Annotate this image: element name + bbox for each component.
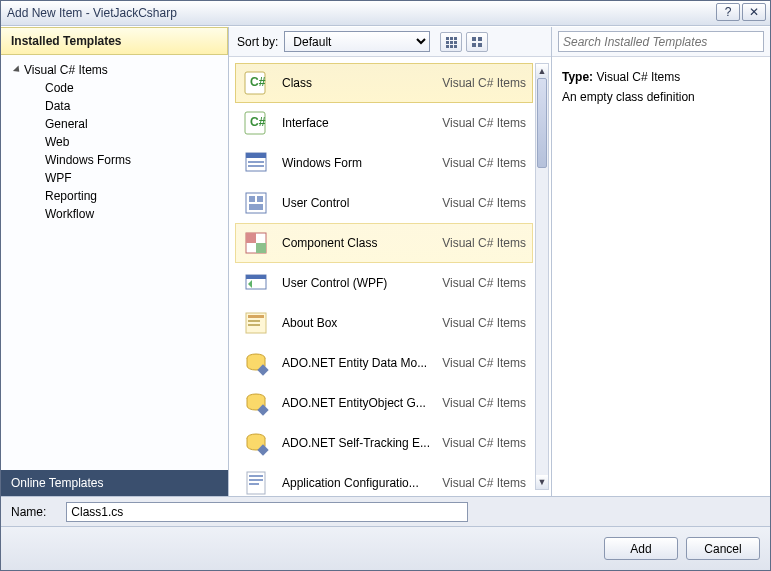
- tree-children: Code Data General Web Windows Forms WPF …: [1, 79, 228, 223]
- chevron-down-icon: [13, 65, 22, 74]
- template-item-category: Visual C# Items: [442, 396, 526, 410]
- svg-rect-22: [249, 196, 255, 202]
- vertical-scrollbar[interactable]: ▲ ▼: [535, 63, 549, 490]
- svg-rect-41: [249, 475, 263, 477]
- template-item-name: Class: [282, 76, 430, 90]
- view-buttons: [440, 32, 488, 52]
- svg-rect-7: [450, 45, 453, 48]
- tree-item-reporting[interactable]: Reporting: [45, 187, 228, 205]
- tree-root-label: Visual C# Items: [24, 63, 108, 77]
- sort-select[interactable]: Default: [284, 31, 430, 52]
- template-item[interactable]: ADO.NET Entity Data Mo...Visual C# Items: [235, 343, 533, 383]
- template-item[interactable]: Component ClassVisual C# Items: [235, 223, 533, 263]
- help-icon: ?: [725, 5, 732, 19]
- template-item[interactable]: Windows FormVisual C# Items: [235, 143, 533, 183]
- left-pane: Installed Templates Visual C# Items Code…: [1, 27, 229, 496]
- template-item[interactable]: C#ClassVisual C# Items: [235, 63, 533, 103]
- template-item[interactable]: User ControlVisual C# Items: [235, 183, 533, 223]
- item-list-wrap: C#ClassVisual C# ItemsC#InterfaceVisual …: [229, 57, 551, 496]
- template-item-category: Visual C# Items: [442, 316, 526, 330]
- medium-icons-icon: [471, 36, 483, 48]
- template-item-category: Visual C# Items: [442, 476, 526, 490]
- template-item[interactable]: ADO.NET EntityObject G...Visual C# Items: [235, 383, 533, 423]
- upper-split: Installed Templates Visual C# Items Code…: [1, 26, 770, 496]
- template-item[interactable]: C#InterfaceVisual C# Items: [235, 103, 533, 143]
- svg-rect-43: [249, 483, 259, 485]
- sort-row: Sort by: Default: [229, 27, 551, 57]
- svg-rect-11: [472, 43, 476, 47]
- svg-rect-10: [478, 37, 482, 41]
- tree-item-code[interactable]: Code: [45, 79, 228, 97]
- template-item-name: Application Configuratio...: [282, 476, 430, 490]
- tree-item-workflow[interactable]: Workflow: [45, 205, 228, 223]
- template-item-category: Visual C# Items: [442, 276, 526, 290]
- close-icon: ✕: [749, 5, 759, 19]
- tree-item-wpf[interactable]: WPF: [45, 169, 228, 187]
- cancel-button[interactable]: Cancel: [686, 537, 760, 560]
- scroll-up-button[interactable]: ▲: [536, 64, 548, 78]
- svg-rect-12: [478, 43, 482, 47]
- tree-item-web[interactable]: Web: [45, 133, 228, 151]
- window-buttons: ? ✕: [716, 3, 766, 21]
- ado-icon: [242, 429, 270, 457]
- search-input[interactable]: [558, 31, 764, 52]
- template-item-name: Interface: [282, 116, 430, 130]
- svg-rect-2: [454, 37, 457, 40]
- template-item-category: Visual C# Items: [442, 436, 526, 450]
- tree-item-general[interactable]: General: [45, 115, 228, 133]
- ado-icon: [242, 349, 270, 377]
- svg-rect-3: [446, 41, 449, 44]
- titlebar: Add New Item - VietJackCsharp ? ✕: [1, 1, 770, 26]
- template-item-category: Visual C# Items: [442, 116, 526, 130]
- close-button[interactable]: ✕: [742, 3, 766, 21]
- item-list: C#ClassVisual C# ItemsC#InterfaceVisual …: [235, 63, 533, 496]
- usercontrolwpf-icon: [242, 269, 270, 297]
- svg-rect-23: [257, 196, 263, 202]
- template-item[interactable]: Application Configuratio...Visual C# Ite…: [235, 463, 533, 496]
- config-icon: [242, 469, 270, 496]
- template-item-name: About Box: [282, 316, 430, 330]
- installed-templates-header[interactable]: Installed Templates: [1, 27, 228, 55]
- template-item-name: Windows Form: [282, 156, 430, 170]
- svg-rect-27: [256, 243, 266, 253]
- tree-item-data[interactable]: Data: [45, 97, 228, 115]
- template-item[interactable]: ADO.NET Self-Tracking E...Visual C# Item…: [235, 423, 533, 463]
- svg-rect-5: [454, 41, 457, 44]
- svg-rect-29: [246, 275, 266, 279]
- svg-rect-24: [249, 204, 263, 210]
- template-item-category: Visual C# Items: [442, 76, 526, 90]
- name-bar: Name:: [1, 496, 770, 526]
- scroll-down-button[interactable]: ▼: [536, 475, 548, 489]
- template-item[interactable]: About BoxVisual C# Items: [235, 303, 533, 343]
- svg-rect-20: [248, 165, 264, 167]
- tree-root-visual-csharp-items[interactable]: Visual C# Items: [1, 61, 228, 79]
- name-input[interactable]: [66, 502, 468, 522]
- dialog-body: Installed Templates Visual C# Items Code…: [1, 26, 770, 570]
- online-templates-header[interactable]: Online Templates: [1, 470, 228, 496]
- template-item-name: ADO.NET Entity Data Mo...: [282, 356, 430, 370]
- svg-rect-6: [446, 45, 449, 48]
- template-item-category: Visual C# Items: [442, 356, 526, 370]
- svg-rect-32: [248, 320, 260, 322]
- svg-rect-42: [249, 479, 263, 481]
- svg-rect-18: [246, 153, 266, 158]
- scroll-track[interactable]: [536, 78, 548, 475]
- svg-rect-26: [246, 233, 256, 243]
- template-tree: Visual C# Items Code Data General Web Wi…: [1, 55, 228, 470]
- tree-item-windows-forms[interactable]: Windows Forms: [45, 151, 228, 169]
- template-item-name: ADO.NET EntityObject G...: [282, 396, 430, 410]
- view-medium-icons-button[interactable]: [466, 32, 488, 52]
- window-title: Add New Item - VietJackCsharp: [7, 6, 177, 20]
- form-icon: [242, 149, 270, 177]
- add-button[interactable]: Add: [604, 537, 678, 560]
- middle-pane: Sort by: Default C#ClassVisual C#: [229, 27, 552, 496]
- dialog-window: Add New Item - VietJackCsharp ? ✕ Instal…: [0, 0, 771, 571]
- scroll-thumb[interactable]: [537, 78, 547, 168]
- template-item[interactable]: User Control (WPF)Visual C# Items: [235, 263, 533, 303]
- help-button[interactable]: ?: [716, 3, 740, 21]
- template-item-name: User Control (WPF): [282, 276, 430, 290]
- view-small-icons-button[interactable]: [440, 32, 462, 52]
- name-label: Name:: [11, 505, 46, 519]
- svg-rect-31: [248, 315, 264, 318]
- svg-rect-1: [450, 37, 453, 40]
